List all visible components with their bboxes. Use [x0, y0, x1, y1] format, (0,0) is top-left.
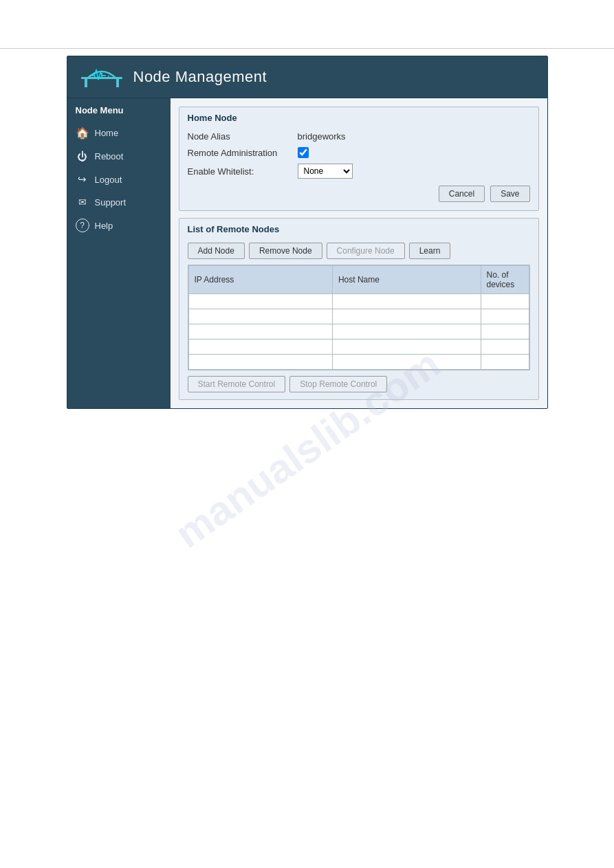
remote-admin-checkbox[interactable] — [298, 147, 309, 158]
main-content: Home Node Node Alias bridgeworks Remote … — [171, 98, 547, 408]
sidebar-item-logout[interactable]: ↪ Logout — [67, 168, 171, 191]
sidebar-help-label: Help — [95, 221, 113, 231]
home-node-body: Node Alias bridgeworks Remote Administra… — [179, 127, 538, 210]
logo-icon — [81, 63, 122, 91]
stop-remote-control-button[interactable]: Stop Remote Control — [289, 376, 387, 392]
col-no-devices: No. of devices — [481, 266, 529, 294]
page-wrapper: Node Management Node Menu 🏠 Home ⏻ Reboo… — [0, 0, 614, 868]
sidebar: Node Menu 🏠 Home ⏻ Reboot ↪ Logout ✉ Sup… — [67, 98, 171, 408]
sidebar-item-support[interactable]: ✉ Support — [67, 191, 171, 213]
empty-row-4 — [188, 340, 529, 355]
reboot-icon: ⏻ — [76, 151, 89, 162]
remove-node-button[interactable]: Remove Node — [249, 243, 322, 259]
remote-nodes-toolbar: Add Node Remove Node Configure Node Lear… — [179, 238, 538, 265]
logout-icon: ↪ — [76, 173, 89, 186]
logo-area — [81, 63, 122, 91]
empty-row-5 — [188, 355, 529, 370]
nodes-table-body — [188, 294, 529, 370]
home-node-buttons: Cancel Save — [188, 186, 530, 202]
app-container: Node Management Node Menu 🏠 Home ⏻ Reboo… — [67, 56, 548, 409]
nodes-table: IP Address Host Name No. of devices — [188, 265, 529, 370]
empty-row-2 — [188, 309, 529, 324]
node-alias-value: bridgeworks — [298, 131, 346, 142]
sidebar-item-home[interactable]: 🏠 Home — [67, 121, 171, 145]
home-node-panel: Home Node Node Alias bridgeworks Remote … — [179, 107, 539, 211]
sidebar-support-label: Support — [95, 197, 127, 208]
cancel-button[interactable]: Cancel — [439, 186, 485, 202]
whitelist-select[interactable]: None — [298, 164, 353, 179]
help-icon: ? — [76, 219, 89, 232]
empty-row-1 — [188, 294, 529, 309]
sidebar-item-reboot[interactable]: ⏻ Reboot — [67, 145, 171, 168]
remote-nodes-panel: List of Remote Nodes Add Node Remove Nod… — [179, 218, 539, 400]
remote-admin-label: Remote Administration — [188, 148, 298, 158]
whitelist-label: Enable Whitelist: — [188, 166, 298, 177]
whitelist-row: Enable Whitelist: None — [188, 164, 530, 179]
app-body: Node Menu 🏠 Home ⏻ Reboot ↪ Logout ✉ Sup… — [67, 98, 547, 408]
sidebar-item-help[interactable]: ? Help — [67, 213, 171, 238]
col-host-name: Host Name — [332, 266, 481, 294]
sidebar-menu-label: Node Menu — [67, 98, 171, 121]
empty-row-3 — [188, 324, 529, 340]
nodes-table-container: IP Address Host Name No. of devices — [188, 265, 530, 370]
remote-admin-row: Remote Administration — [188, 147, 530, 158]
add-node-button[interactable]: Add Node — [188, 243, 245, 259]
save-button[interactable]: Save — [490, 186, 529, 202]
configure-node-button[interactable]: Configure Node — [327, 243, 405, 259]
sidebar-logout-label: Logout — [95, 175, 122, 185]
remote-nodes-title: List of Remote Nodes — [179, 219, 538, 238]
support-icon: ✉ — [76, 197, 89, 208]
svg-rect-2 — [116, 77, 119, 87]
app-header: Node Management — [67, 56, 547, 98]
sidebar-home-label: Home — [95, 128, 119, 138]
col-ip-address: IP Address — [188, 266, 332, 294]
start-remote-control-button[interactable]: Start Remote Control — [188, 376, 286, 392]
table-header-row: IP Address Host Name No. of devices — [188, 266, 529, 294]
learn-button[interactable]: Learn — [409, 243, 451, 259]
top-divider — [0, 48, 614, 49]
sidebar-reboot-label: Reboot — [95, 151, 124, 162]
remote-control-buttons: Start Remote Control Stop Remote Control — [179, 370, 538, 399]
svg-rect-1 — [85, 77, 87, 87]
home-node-title: Home Node — [179, 107, 538, 127]
page-title: Node Management — [133, 68, 267, 86]
node-alias-row: Node Alias bridgeworks — [188, 131, 530, 142]
node-alias-label: Node Alias — [188, 131, 298, 142]
home-icon: 🏠 — [76, 126, 89, 140]
